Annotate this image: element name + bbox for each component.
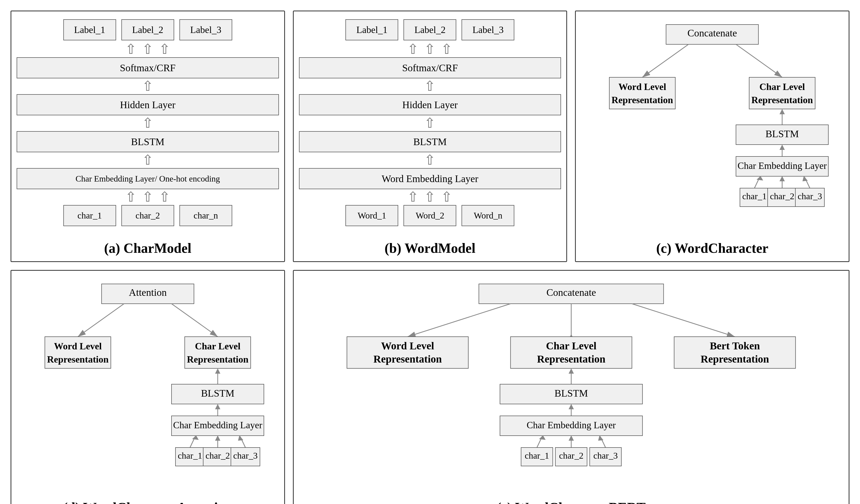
label-3-b: Label_3 (461, 19, 514, 40)
input-char2-a: char_2 (121, 205, 174, 226)
svg-text:char_1: char_1 (525, 451, 549, 460)
label-3-a: Label_3 (180, 19, 232, 40)
arrow-label3-b: ⇧ (441, 43, 453, 56)
svg-marker-42 (215, 369, 220, 374)
diagram-e-svg: Concatenate Word Level Representation Ch… (299, 279, 843, 495)
svg-marker-54 (238, 435, 243, 441)
svg-line-67 (632, 304, 735, 337)
svg-marker-11 (779, 109, 785, 114)
svg-text:Representation: Representation (751, 95, 813, 105)
svg-line-33 (78, 304, 124, 337)
svg-marker-21 (779, 176, 785, 181)
label-1-a: Label_1 (63, 19, 116, 40)
arrow-hidden-a: ⇧ (142, 116, 154, 130)
diagram-a: Label_1 Label_2 Label_3 ⇧ ⇧ ⇧ Softmax/CR… (11, 11, 285, 262)
arrow-word1-b: ⇧ (407, 190, 419, 204)
arrow-label3-a: ⇧ (159, 43, 171, 56)
caption-c: (c) WordCharacter (656, 240, 769, 256)
arrow-hidden-b: ⇧ (424, 116, 436, 130)
svg-text:Representation: Representation (701, 353, 769, 365)
svg-text:char_3: char_3 (233, 451, 258, 460)
arrow-blstm-a: ⇧ (142, 153, 154, 167)
svg-text:Word Level: Word Level (381, 340, 434, 352)
svg-text:char_2: char_2 (205, 451, 230, 460)
svg-marker-90 (598, 435, 603, 441)
svg-text:Char Level: Char Level (546, 340, 597, 352)
arrow-word3-b: ⇧ (441, 190, 453, 204)
softmax-b: Softmax/CRF (299, 57, 561, 78)
svg-text:BLSTM: BLSTM (765, 128, 799, 139)
svg-text:Representation: Representation (187, 354, 248, 365)
svg-text:Char Embedding Layer: Char Embedding Layer (527, 420, 616, 430)
svg-marker-78 (569, 369, 574, 374)
softmax-a: Softmax/CRF (17, 57, 279, 78)
caption-b: (b) WordModel (385, 240, 475, 256)
svg-line-3 (736, 44, 782, 77)
label-1-b: Label_1 (345, 19, 398, 40)
svg-text:Bert Token: Bert Token (710, 340, 760, 352)
arrow-word2-b: ⇧ (424, 190, 436, 204)
diagram-d: Attention Word Level Representation Char… (11, 270, 285, 504)
svg-line-64 (407, 304, 510, 337)
main-container: Label_1 Label_2 Label_3 ⇧ ⇧ ⇧ Softmax/CR… (0, 0, 860, 504)
svg-text:Representation: Representation (373, 353, 442, 365)
arrow-softmax-b: ⇧ (424, 80, 436, 93)
arrow-label2-a: ⇧ (142, 43, 154, 56)
input-char1-a: char_1 (63, 205, 116, 226)
label-2-a: Label_2 (121, 19, 174, 40)
svg-line-2 (642, 44, 688, 77)
arrow-char1-a: ⇧ (125, 190, 137, 204)
label-2-b: Label_2 (403, 19, 456, 40)
caption-d: (d) WordCharacterAttention (63, 500, 232, 504)
svg-marker-50 (192, 435, 199, 440)
svg-marker-23 (802, 176, 808, 181)
svg-text:Representation: Representation (612, 95, 673, 105)
svg-text:Representation: Representation (537, 353, 605, 365)
svg-text:Char Level: Char Level (195, 341, 240, 351)
embedding-a: Char Embedding Layer/ One-hot encoding (17, 168, 279, 189)
arrow-label2-b: ⇧ (424, 43, 436, 56)
svg-text:Word Level: Word Level (54, 341, 102, 351)
svg-text:char_2: char_2 (770, 191, 794, 201)
arrow-label1-b: ⇧ (407, 43, 419, 56)
caption-e: (e) WordCharacterBERT (497, 500, 646, 504)
diagram-b: Label_1 Label_2 Label_3 ⇧ ⇧ ⇧ Softmax/CR… (293, 11, 567, 262)
blstm-b: BLSTM (299, 131, 561, 152)
svg-text:Word Level: Word Level (618, 82, 666, 92)
svg-text:Concatenate: Concatenate (546, 287, 596, 298)
svg-marker-52 (215, 435, 220, 441)
svg-text:Attention: Attention (129, 287, 167, 298)
svg-text:Char Embedding Layer: Char Embedding Layer (737, 160, 827, 171)
svg-marker-86 (539, 435, 545, 440)
arrow-label1-a: ⇧ (125, 43, 137, 56)
svg-text:Char Embedding Layer: Char Embedding Layer (173, 420, 262, 430)
diagram-d-svg: Attention Word Level Representation Char… (29, 279, 267, 495)
arrow-softmax-a: ⇧ (142, 80, 154, 93)
caption-a: (a) CharModel (104, 240, 191, 256)
svg-text:Concatenate: Concatenate (687, 27, 737, 39)
svg-text:Char Level: Char Level (759, 82, 805, 92)
arrow-char3-a: ⇧ (159, 190, 171, 204)
svg-text:BLSTM: BLSTM (555, 388, 588, 399)
input-char3-a: char_n (180, 205, 232, 226)
hidden-b: Hidden Layer (299, 94, 561, 115)
svg-text:char_3: char_3 (798, 191, 822, 201)
svg-text:BLSTM: BLSTM (201, 388, 234, 399)
input-word3-b: Word_n (461, 205, 514, 226)
svg-marker-46 (215, 404, 220, 409)
svg-marker-82 (569, 404, 574, 409)
blstm-a: BLSTM (17, 131, 279, 152)
embedding-b: Word Embedding Layer (299, 168, 561, 189)
svg-line-34 (172, 304, 218, 337)
svg-text:char_3: char_3 (593, 451, 618, 460)
svg-marker-19 (757, 176, 763, 181)
svg-text:char_2: char_2 (559, 451, 584, 460)
svg-text:char_1: char_1 (742, 191, 767, 201)
svg-text:char_1: char_1 (178, 451, 202, 460)
arrow-char2-a: ⇧ (142, 190, 154, 204)
diagram-c: Concatenate Word Level Representation Ch… (575, 11, 849, 262)
svg-text:Representation: Representation (47, 354, 109, 365)
hidden-a: Hidden Layer (17, 94, 279, 115)
svg-marker-88 (569, 435, 574, 441)
diagram-e: Concatenate Word Level Representation Ch… (293, 270, 849, 504)
